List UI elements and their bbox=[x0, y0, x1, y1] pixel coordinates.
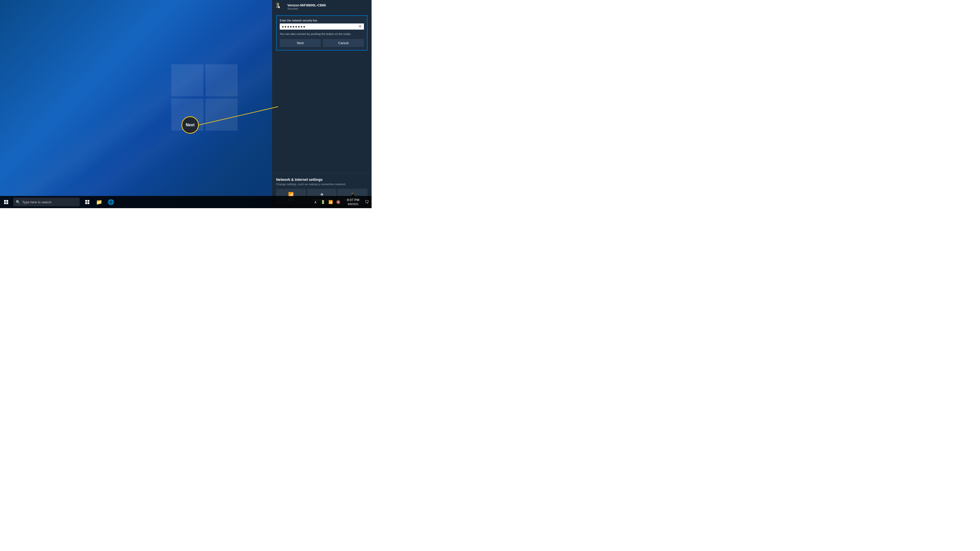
svg-rect-5 bbox=[88, 200, 89, 202]
svg-point-3 bbox=[278, 7, 280, 8]
svg-rect-6 bbox=[85, 202, 87, 204]
file-explorer-button[interactable]: 📁 bbox=[94, 196, 105, 208]
password-input-row[interactable]: ●●●●●●●●● 👁 bbox=[280, 24, 364, 30]
svg-rect-7 bbox=[88, 202, 89, 204]
start-icon-pane-br bbox=[6, 202, 8, 204]
network-info: Verizon-MiFi8800L-CB66 Secured bbox=[287, 3, 368, 10]
tray-battery-icon: 🔋 bbox=[320, 196, 327, 208]
chevron-up-icon: ∧ bbox=[314, 200, 317, 204]
search-placeholder: Type here to search bbox=[22, 200, 52, 204]
button-row: Next Cancel bbox=[280, 39, 364, 47]
task-view-button[interactable] bbox=[82, 196, 93, 208]
taskbar: 🔍 Type here to search 📁 🌐 ∧ bbox=[0, 196, 372, 208]
search-icon: 🔍 bbox=[16, 200, 20, 204]
svg-rect-4 bbox=[85, 200, 87, 202]
task-view-icon bbox=[85, 200, 89, 204]
battery-icon: 🔋 bbox=[321, 200, 325, 204]
svg-text:🔒: 🔒 bbox=[277, 3, 280, 6]
windows-logo bbox=[171, 64, 238, 130]
clock-area[interactable]: 8:07 PM 6/8/2021 bbox=[344, 196, 363, 208]
volume-icon: 🔇 bbox=[336, 200, 340, 204]
panel-spacer bbox=[272, 52, 372, 173]
clock-date: 6/8/2021 bbox=[348, 202, 359, 206]
tray-network-button[interactable]: 📶 bbox=[327, 196, 334, 208]
file-explorer-icon: 📁 bbox=[96, 199, 102, 205]
network-icon: 📶 bbox=[328, 200, 333, 204]
system-tray: ∧ 🔋 📶 🔇 bbox=[310, 196, 344, 208]
start-button[interactable] bbox=[0, 196, 12, 208]
network-settings-desc: Change settings, such as making a connec… bbox=[276, 183, 368, 186]
wifi-connected-icon: 🔒 bbox=[276, 3, 284, 11]
next-button[interactable]: Next bbox=[280, 39, 321, 47]
password-dots: ●●●●●●●●● bbox=[282, 24, 358, 29]
search-bar[interactable]: 🔍 Type here to search bbox=[13, 198, 80, 206]
start-icon-pane-tr bbox=[6, 200, 8, 202]
password-label: Enter the network security key bbox=[280, 19, 364, 22]
network-panel: 🔒 Verizon-MiFi8800L-CB66 Secured Enter t… bbox=[272, 0, 372, 208]
network-settings-title: Network & Internet settings bbox=[276, 178, 368, 182]
notification-icon: 🗨 bbox=[365, 200, 369, 204]
start-icon-pane-bl bbox=[4, 202, 6, 204]
password-section: Enter the network security key ●●●●●●●●●… bbox=[276, 15, 368, 51]
cancel-button[interactable]: Cancel bbox=[323, 39, 364, 47]
tray-expand-button[interactable]: ∧ bbox=[312, 196, 319, 208]
notification-button[interactable]: 🗨 bbox=[363, 196, 372, 208]
start-icon-pane-tl bbox=[4, 200, 6, 202]
network-status: Secured bbox=[287, 7, 368, 10]
browser-icon: 🌐 bbox=[108, 199, 114, 205]
eye-icon[interactable]: 👁 bbox=[358, 24, 362, 29]
network-name: Verizon-MiFi8800L-CB66 bbox=[287, 3, 368, 7]
taskbar-center-icons: 📁 🌐 bbox=[82, 196, 116, 208]
router-hint: You can also connect by pushing the butt… bbox=[280, 32, 364, 36]
tray-volume-button[interactable]: 🔇 bbox=[335, 196, 342, 208]
taskbar-right: ∧ 🔋 📶 🔇 8:07 PM 6/8/2021 🗨 bbox=[310, 196, 372, 208]
clock-time: 8:07 PM bbox=[347, 198, 360, 202]
windows-start-icon bbox=[4, 200, 8, 204]
connected-network-item: 🔒 Verizon-MiFi8800L-CB66 Secured bbox=[272, 0, 372, 13]
browser-button[interactable]: 🌐 bbox=[105, 196, 116, 208]
